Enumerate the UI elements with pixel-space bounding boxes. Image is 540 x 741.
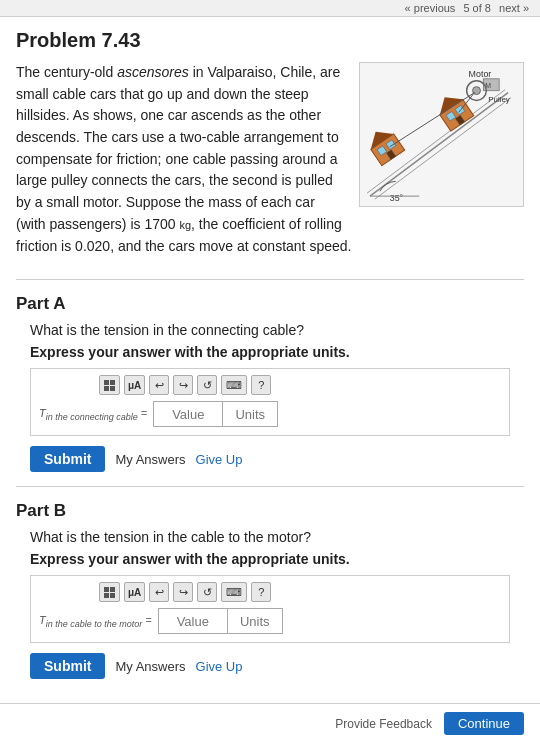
divider-b (16, 486, 524, 487)
help-button[interactable]: ? (251, 375, 271, 395)
svg-text:Motor: Motor (469, 69, 492, 79)
part-a-answer-box: μA ↩ ↪ ↺ ⌨ ? Tin the connecting cable = (30, 368, 510, 436)
part-a-give-up-link[interactable]: Give Up (196, 452, 243, 467)
bottom-bar: Provide Feedback Continue (0, 703, 540, 741)
part-b-toolbar: μA ↩ ↪ ↺ ⌨ ? (39, 582, 501, 602)
keyboard-button[interactable]: ⌨ (221, 375, 247, 395)
part-a-express: Express your answer with the appropriate… (16, 344, 524, 360)
part-b-submit-button[interactable]: Submit (30, 653, 105, 679)
part-a-submit-button[interactable]: Submit (30, 446, 105, 472)
part-b-express: Express your answer with the appropriate… (16, 551, 524, 567)
part-a-question: What is the tension in the connecting ca… (16, 322, 524, 338)
part-a-value-input[interactable] (153, 401, 223, 427)
refresh-button[interactable]: ↺ (197, 375, 217, 395)
part-a-my-answers-link[interactable]: My Answers (115, 452, 185, 467)
part-b-give-up-link[interactable]: Give Up (196, 659, 243, 674)
undo-button[interactable]: ↩ (149, 375, 169, 395)
previous-link[interactable]: « previous (405, 2, 456, 14)
page-info: 5 of 8 (463, 2, 491, 14)
top-navigation: « previous 5 of 8 next » (0, 0, 540, 17)
main-content: Problem 7.43 Motor M Pulle (0, 17, 540, 703)
redo-button[interactable]: ↪ (173, 375, 193, 395)
next-link[interactable]: next » (499, 2, 529, 14)
part-a-units-input[interactable] (223, 401, 278, 427)
part-b-input-row: Tin the cable to the motor = (39, 608, 501, 634)
svg-text:35°: 35° (390, 193, 404, 203)
part-b-heading: Part B (16, 501, 524, 521)
part-a-actions: Submit My Answers Give Up (16, 446, 524, 472)
mu-button[interactable]: μA (124, 375, 145, 395)
kg-subscript: kg (179, 219, 191, 231)
part-b-my-answers-link[interactable]: My Answers (115, 659, 185, 674)
part-b-units-input[interactable] (228, 608, 283, 634)
matrix-button[interactable] (99, 375, 120, 395)
problem-title: Problem 7.43 (16, 29, 524, 52)
part-b-field-label: Tin the cable to the motor = (39, 614, 152, 629)
part-b-answer-box: μA ↩ ↪ ↺ ⌨ ? Tin the cable to the motor … (30, 575, 510, 643)
svg-text:Pulley: Pulley (488, 95, 510, 104)
part-b-refresh-button[interactable]: ↺ (197, 582, 217, 602)
part-b-value-input[interactable] (158, 608, 228, 634)
part-b-redo-button[interactable]: ↪ (173, 582, 193, 602)
part-a-field-label: Tin the connecting cable = (39, 407, 147, 422)
part-b-matrix-button[interactable] (99, 582, 120, 602)
problem-body: Motor M Pulley (16, 62, 524, 265)
part-a-input-row: Tin the connecting cable = (39, 401, 501, 427)
continue-button[interactable]: Continue (444, 712, 524, 735)
part-b-keyboard-button[interactable]: ⌨ (221, 582, 247, 602)
part-b-help-button[interactable]: ? (251, 582, 271, 602)
part-a-toolbar: μA ↩ ↪ ↺ ⌨ ? (39, 375, 501, 395)
part-a-heading: Part A (16, 294, 524, 314)
divider-a (16, 279, 524, 280)
part-b-question: What is the tension in the cable to the … (16, 529, 524, 545)
problem-diagram: Motor M Pulley (359, 62, 524, 207)
part-b-mu-button[interactable]: μA (124, 582, 145, 602)
feedback-link[interactable]: Provide Feedback (335, 717, 432, 731)
part-b-undo-button[interactable]: ↩ (149, 582, 169, 602)
part-b-actions: Submit My Answers Give Up (16, 653, 524, 679)
